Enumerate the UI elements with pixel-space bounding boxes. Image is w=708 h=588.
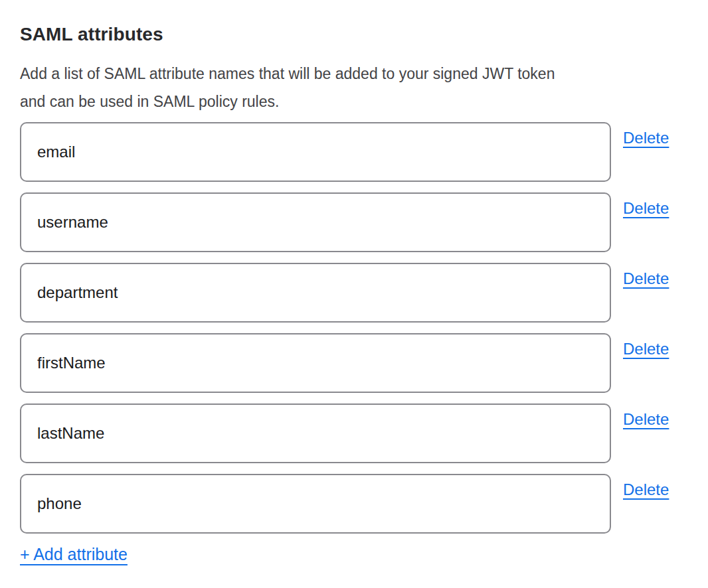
attribute-input-department[interactable]: [20, 263, 611, 323]
attribute-row: Delete: [20, 122, 679, 182]
add-attribute-link[interactable]: + Add attribute: [20, 544, 128, 564]
attribute-list: Delete Delete Delete Delete Delete Delet…: [20, 122, 679, 534]
section-title: SAML attributes: [20, 24, 679, 45]
attribute-input-firstName[interactable]: [20, 333, 611, 393]
delete-link-phone[interactable]: Delete: [623, 474, 669, 499]
attribute-input-email[interactable]: [20, 122, 611, 182]
section-description: Add a list of SAML attribute names that …: [20, 60, 679, 115]
saml-attributes-section: SAML attributes Add a list of SAML attri…: [0, 0, 708, 577]
section-description-line-1: Add a list of SAML attribute names that …: [20, 60, 679, 88]
attribute-row: Delete: [20, 404, 679, 463]
attribute-input-username[interactable]: [20, 192, 611, 252]
delete-link-email[interactable]: Delete: [623, 122, 669, 147]
attribute-input-phone[interactable]: [20, 474, 611, 534]
delete-link-username[interactable]: Delete: [623, 192, 669, 218]
delete-link-firstName[interactable]: Delete: [623, 333, 669, 358]
attribute-row: Delete: [20, 474, 679, 534]
attribute-row: Delete: [20, 333, 679, 393]
attribute-input-lastName[interactable]: [20, 404, 611, 463]
attribute-row: Delete: [20, 192, 679, 252]
delete-link-department[interactable]: Delete: [623, 263, 669, 288]
section-description-line-2: and can be used in SAML policy rules.: [20, 88, 679, 115]
attribute-row: Delete: [20, 263, 679, 323]
delete-link-lastName[interactable]: Delete: [623, 404, 669, 429]
